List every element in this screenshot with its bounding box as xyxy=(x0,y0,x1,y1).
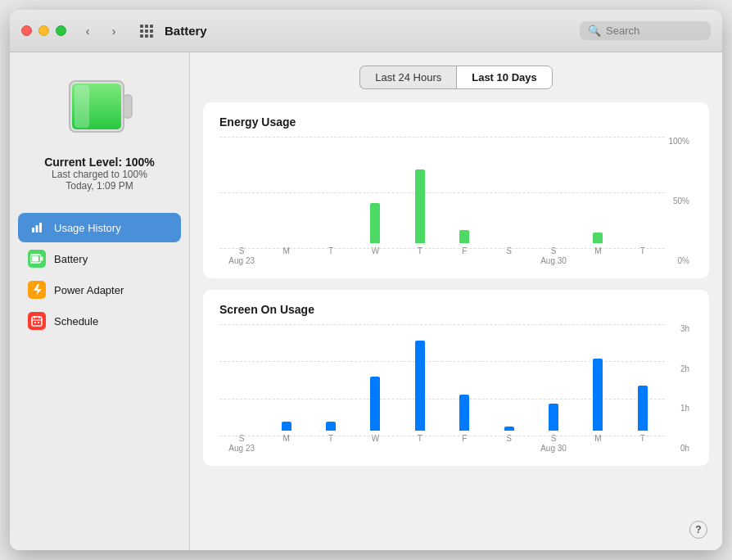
tab-last-24h[interactable]: Last 24 Hours xyxy=(359,65,456,89)
search-icon: 🔍 xyxy=(588,25,601,37)
energy-x-label-9: T xyxy=(621,246,665,265)
energy-bar-4 xyxy=(415,169,425,243)
screen-bar-8 xyxy=(593,359,603,431)
screen-x-label-7: SAug 30 xyxy=(531,434,576,453)
screen-day-0: S xyxy=(239,434,245,444)
energy-x-label-3: W xyxy=(353,246,397,265)
sidebar-item-usage-history[interactable]: Usage History xyxy=(18,213,181,242)
maximize-button[interactable] xyxy=(56,25,66,36)
svg-rect-8 xyxy=(150,34,153,38)
energy-date-0: Aug 23 xyxy=(228,256,255,265)
svg-rect-14 xyxy=(36,225,38,233)
screen-x-label-8: M xyxy=(576,434,620,453)
titlebar: ‹ › Battery 🔍 xyxy=(10,10,722,52)
screen-y-2h: 2h xyxy=(665,364,689,373)
energy-y-50: 50% xyxy=(665,196,689,205)
energy-x-label-0: SAug 23 xyxy=(219,246,264,265)
screen-x-label-4: T xyxy=(398,434,442,453)
screen-bar-group-5 xyxy=(442,395,486,431)
sidebar-item-battery[interactable]: Battery xyxy=(18,244,181,273)
energy-x-label-2: T xyxy=(309,246,353,265)
energy-day-2: T xyxy=(328,246,333,256)
energy-x-label-6: S xyxy=(486,246,531,265)
screen-day-4: T xyxy=(418,434,422,444)
traffic-lights xyxy=(21,25,66,36)
screen-y-3h: 3h xyxy=(665,324,689,333)
svg-rect-0 xyxy=(140,25,143,28)
screen-bar-group-6 xyxy=(486,427,531,431)
battery-level-label: Current Level: 100% xyxy=(44,156,155,169)
close-button[interactable] xyxy=(21,25,32,36)
battery-status: Current Level: 100% Last charged to 100%… xyxy=(44,156,155,192)
screen-chart-inner: SAug 23MTWTFSSAug 30MT xyxy=(219,324,665,453)
energy-x-label-5: F xyxy=(442,246,486,265)
screen-day-9: T xyxy=(640,434,645,444)
energy-bar-8 xyxy=(593,233,603,243)
energy-bar-group-4 xyxy=(398,169,442,243)
right-panel: Last 24 Hours Last 10 Days Energy Usage xyxy=(190,52,722,550)
screen-x-label-2: T xyxy=(309,434,353,453)
screen-bar-group-4 xyxy=(398,341,442,431)
screen-day-7: S xyxy=(551,434,557,444)
sidebar-label-power-adapter: Power Adapter xyxy=(54,284,124,296)
forward-button[interactable]: › xyxy=(102,22,125,40)
screen-bar-3 xyxy=(370,377,380,431)
svg-rect-7 xyxy=(145,34,148,38)
back-button[interactable]: ‹ xyxy=(76,22,99,40)
energy-y-100: 100% xyxy=(665,137,689,146)
energy-x-label-1: M xyxy=(264,246,308,265)
screen-y-labels: 3h 2h 1h 0h xyxy=(665,324,693,453)
screen-day-3: W xyxy=(372,434,379,444)
energy-bar-5 xyxy=(459,230,469,244)
screen-bar-group-2 xyxy=(309,422,353,431)
svg-rect-3 xyxy=(140,29,143,33)
energy-bar-chart: SAug 23MTWTFSSAug 30MT 100% 50% 0% xyxy=(219,137,693,265)
tab-last-10d[interactable]: Last 10 Days xyxy=(456,65,553,89)
sidebar-item-power-adapter[interactable]: Power Adapter xyxy=(18,275,181,305)
screen-bar-9 xyxy=(638,386,648,431)
battery-charged-label: Last charged to 100% xyxy=(44,169,155,180)
energy-bars-row xyxy=(219,137,665,243)
battery-time-label: Today, 1:09 PM xyxy=(44,180,155,192)
screen-bars-row xyxy=(219,324,665,431)
screen-bar-6 xyxy=(504,427,514,431)
svg-rect-23 xyxy=(34,322,36,323)
tab-row: Last 24 Hours Last 10 Days xyxy=(203,65,709,89)
energy-day-0: S xyxy=(239,246,245,256)
sidebar-item-schedule[interactable]: Schedule xyxy=(18,306,181,336)
energy-chart-container: Energy Usage SAug 2 xyxy=(203,102,709,278)
help-button[interactable]: ? xyxy=(689,521,707,539)
screen-day-1: M xyxy=(282,434,289,444)
energy-day-7: S xyxy=(551,246,557,256)
screen-bar-group-8 xyxy=(576,359,620,431)
svg-rect-15 xyxy=(39,223,42,233)
search-input[interactable] xyxy=(606,25,704,37)
svg-rect-18 xyxy=(41,257,43,261)
svg-rect-17 xyxy=(32,256,38,262)
screen-bar-group-7 xyxy=(531,404,576,431)
grid-icon[interactable] xyxy=(135,22,158,40)
energy-x-label-8: M xyxy=(576,246,620,265)
search-box[interactable]: 🔍 xyxy=(580,21,711,40)
energy-y-labels: 100% 50% 0% xyxy=(665,137,693,265)
screen-day-6: S xyxy=(506,434,512,444)
energy-bar-3 xyxy=(370,203,380,244)
screen-bar-chart: SAug 23MTWTFSSAug 30MT 3h 2h 1h 0h xyxy=(219,324,693,453)
screen-bar-group-1 xyxy=(264,422,308,431)
energy-day-8: M xyxy=(594,246,601,256)
sidebar-label-battery: Battery xyxy=(54,253,88,265)
svg-rect-6 xyxy=(140,34,143,38)
energy-day-5: F xyxy=(462,246,467,256)
screen-chart-title: Screen On Usage xyxy=(219,303,693,316)
energy-day-6: S xyxy=(506,246,512,256)
minimize-button[interactable] xyxy=(38,25,49,36)
screen-date-0: Aug 23 xyxy=(228,444,255,453)
window-title: Battery xyxy=(165,24,580,38)
screen-date-7: Aug 30 xyxy=(540,444,567,453)
sidebar: Current Level: 100% Last charged to 100%… xyxy=(10,52,190,550)
screen-bar-7 xyxy=(549,404,558,431)
svg-rect-1 xyxy=(145,25,148,28)
main-window: ‹ › Battery 🔍 xyxy=(10,10,722,550)
energy-day-4: T xyxy=(418,246,422,256)
battery-sidebar-icon xyxy=(28,250,46,268)
